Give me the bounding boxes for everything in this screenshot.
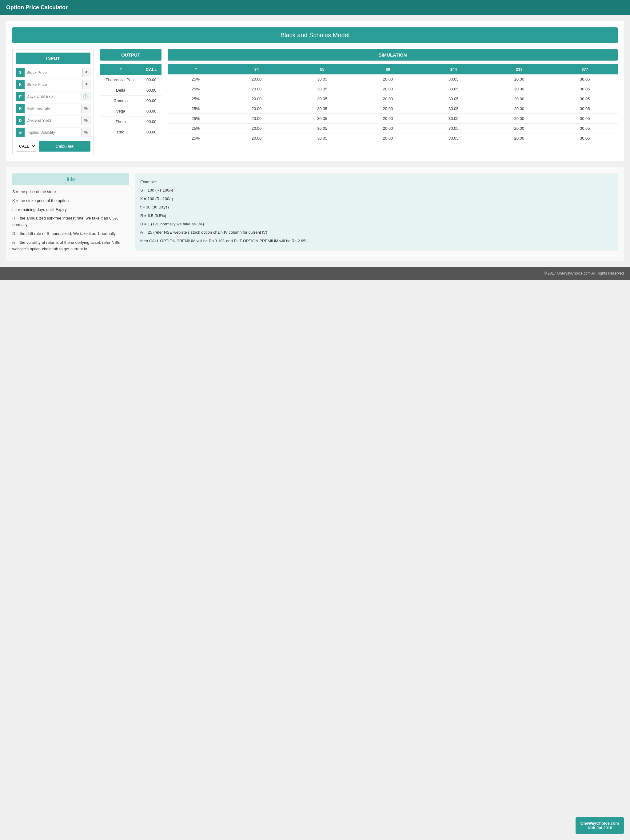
sim-col-header: # xyxy=(168,64,224,74)
output-row: Delta 00.00 xyxy=(100,85,161,96)
sim-cell: 25% xyxy=(168,104,224,114)
sim-cell: 30.05 xyxy=(552,123,618,133)
sim-cell: 20.00 xyxy=(355,123,421,133)
sim-cell: 30.05 xyxy=(421,104,486,114)
sim-cell: 20.00 xyxy=(224,123,289,133)
sim-cell: 20.00 xyxy=(486,123,552,133)
sim-cell: 30.05 xyxy=(552,74,618,84)
t-prefix: t* xyxy=(16,92,25,101)
dividend-row: D % xyxy=(16,115,90,125)
output-row: Gamma 00.00 xyxy=(100,96,161,106)
sim-cell: 30.05 xyxy=(290,123,355,133)
call-put-select[interactable]: CALL PUT xyxy=(16,141,36,152)
iv-prefix: iv xyxy=(16,128,25,137)
d-prefix: D xyxy=(16,116,25,125)
output-table: # CALL Theoretical Price 00.00 Delta 00.… xyxy=(100,64,161,137)
output-label: Rho xyxy=(100,127,141,137)
r-prefix: R xyxy=(16,104,25,113)
sim-cell: 30.05 xyxy=(290,84,355,94)
info-title: Info xyxy=(12,174,129,185)
footer-text: © 2017 OneWayChoice.com All Rights Reser… xyxy=(544,271,624,275)
sim-cell: 30.05 xyxy=(421,84,486,94)
main-container: Black and Scholes Model INPUT S ₹ K ₹ t*… xyxy=(6,21,624,161)
sim-row: 25%20.0030.0520.0030.0520.0030.05 xyxy=(168,123,618,133)
sim-cell: 20.00 xyxy=(355,74,421,84)
sim-cell: 25% xyxy=(168,94,224,104)
sim-col-header: 89 xyxy=(355,64,421,74)
sim-cell: 30.05 xyxy=(290,133,355,143)
three-col-layout: INPUT S ₹ K ₹ t* 🕐 R xyxy=(12,49,618,155)
stock-price-input[interactable] xyxy=(25,68,82,77)
sim-row: 25%20.0030.0520.0030.0520.0030.05 xyxy=(168,114,618,123)
sim-cell: 20.00 xyxy=(486,94,552,104)
simulation-block: SIMULATION #345589144233377 25%20.0030.0… xyxy=(168,49,618,143)
s-prefix: S xyxy=(16,68,25,77)
section-title: Black and Scholes Model xyxy=(12,27,618,43)
iv-suffix: % xyxy=(81,128,90,137)
sim-cell: 25% xyxy=(168,74,224,84)
sim-row: 25%20.0030.0520.0030.0520.0030.05 xyxy=(168,94,618,104)
sim-cell: 25% xyxy=(168,123,224,133)
info-item: t = remaining days untill Expiry xyxy=(12,207,129,213)
sim-cell: 20.00 xyxy=(355,104,421,114)
t-suffix: 🕐 xyxy=(80,92,90,101)
risk-free-input[interactable] xyxy=(25,104,81,113)
sim-row: 25%20.0030.0520.0030.0520.0030.05 xyxy=(168,84,618,94)
app-title: Option Price Calculator xyxy=(6,4,68,11)
sim-cell: 20.00 xyxy=(486,84,552,94)
sim-cell: 30.05 xyxy=(421,114,486,123)
days-expiry-input[interactable] xyxy=(25,92,80,101)
k-prefix: K xyxy=(16,80,25,89)
output-row: Theta 00.00 xyxy=(100,117,161,127)
output-row: Vega 00.00 xyxy=(100,106,161,117)
k-suffix: ₹ xyxy=(82,80,90,89)
sim-cell: 20.00 xyxy=(224,104,289,114)
strike-price-input[interactable] xyxy=(25,80,82,89)
dividend-input[interactable] xyxy=(25,116,81,125)
sim-cell: 20.00 xyxy=(355,84,421,94)
d-suffix: % xyxy=(81,116,90,125)
sim-cell: 30.05 xyxy=(421,74,486,84)
days-expiry-row: t* 🕐 xyxy=(16,92,90,101)
output-value: 00.00 xyxy=(141,85,161,96)
s-suffix: ₹ xyxy=(82,68,90,77)
sim-col-header: 34 xyxy=(224,64,289,74)
output-row: Theoretical Price 00.00 xyxy=(100,75,161,85)
info-items: S = the price of the stockK = the strike… xyxy=(12,189,129,252)
sim-cell: 30.05 xyxy=(552,94,618,104)
calculate-button[interactable]: Calculate xyxy=(39,141,90,152)
info-section: Info S = the price of the stockK = the s… xyxy=(6,167,624,261)
output-col-call: CALL xyxy=(141,64,161,75)
sim-cell: 30.05 xyxy=(552,84,618,94)
info-left: Info S = the price of the stockK = the s… xyxy=(12,174,129,254)
sim-cell: 30.05 xyxy=(552,104,618,114)
footer: © 2017 OneWayChoice.com All Rights Reser… xyxy=(0,267,630,280)
r-suffix: % xyxy=(81,104,90,113)
strike-price-row: K ₹ xyxy=(16,80,90,89)
sim-cell: 30.05 xyxy=(290,94,355,104)
sim-col-header: 377 xyxy=(552,64,618,74)
button-row: CALL PUT Calculate xyxy=(16,141,90,152)
sim-col-header: 144 xyxy=(421,64,486,74)
sim-cell: 30.05 xyxy=(421,94,486,104)
app-header: Option Price Calculator xyxy=(0,0,630,15)
stock-price-row: S ₹ xyxy=(16,68,90,77)
sim-cell: 20.00 xyxy=(224,114,289,123)
sim-cell: 20.00 xyxy=(486,104,552,114)
sim-row: 25%20.0030.0520.0030.0520.0030.05 xyxy=(168,133,618,143)
info-item: R = the annualized risk-free interest ra… xyxy=(12,215,129,228)
sim-col-header: 233 xyxy=(486,64,552,74)
sim-cell: 30.05 xyxy=(290,74,355,84)
example-label: Example: xyxy=(140,178,613,185)
sim-cell: 20.00 xyxy=(355,114,421,123)
info-item: iv = the volatility of returns of the un… xyxy=(12,240,129,253)
output-label: Theoretical Price xyxy=(100,75,141,85)
simulation-header: SIMULATION xyxy=(168,49,618,61)
info-item: D = the drift rate of S, annualized; We … xyxy=(12,231,129,237)
sim-cell: 20.00 xyxy=(355,94,421,104)
implied-vol-input[interactable] xyxy=(25,128,81,137)
output-value: 00.00 xyxy=(141,96,161,106)
sim-row: 25%20.0030.0520.0030.0520.0030.05 xyxy=(168,104,618,114)
output-label: Vega xyxy=(100,106,141,117)
output-header: OUTPUT xyxy=(100,49,161,61)
